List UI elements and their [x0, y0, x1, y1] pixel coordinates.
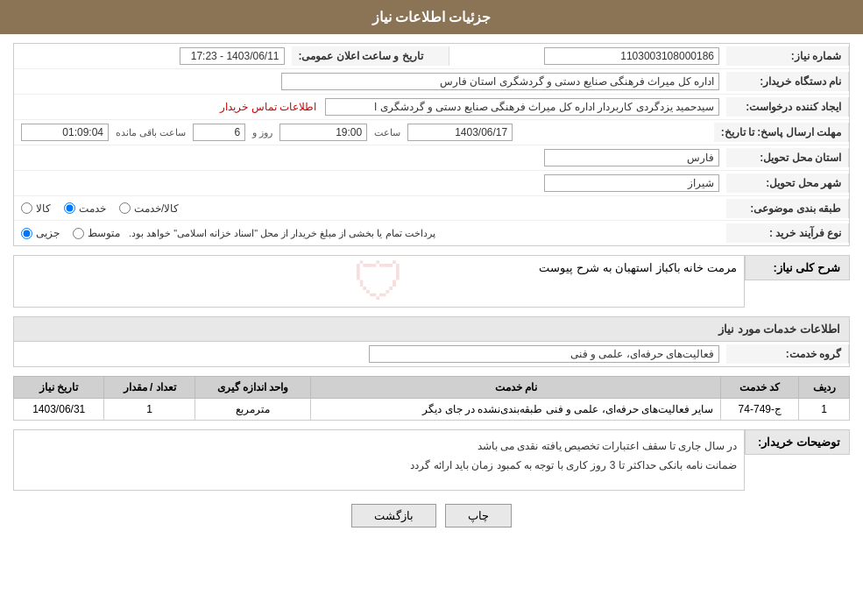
col-vahed: واحد اندازه گیری	[195, 377, 310, 399]
saat-field: 19:00	[279, 124, 367, 141]
back-button[interactable]: بازگشت	[351, 504, 436, 527]
nam-dastgah-field: اداره کل میراث فرهنگی صنایع دستی و گردشگ…	[281, 73, 719, 90]
col-kod: کد خدمت	[721, 377, 799, 399]
nam-dastgah-value: اداره کل میراث فرهنگی صنایع دستی و گردشگ…	[14, 69, 726, 94]
sharh-koli-section-label: شرح کلی نیاز:	[745, 255, 850, 280]
page-header: جزئیات اطلاعات نیاز	[0, 0, 863, 34]
cell-vahed: مترمربع	[195, 399, 310, 421]
mohlat-ersal-row: مهلت ارسال پاسخ: تا تاریخ: 01:09:04 ساعت…	[14, 120, 849, 145]
page-wrapper: جزئیات اطلاعات نیاز شماره نیاز: 11030031…	[0, 0, 863, 616]
grouh-section: گروه خدمت: فعالیت‌های حرفه‌ای، علمی و فن…	[13, 341, 850, 367]
tarikhe-elan-value: 1403/06/11 - 17:23	[14, 44, 292, 68]
page-title: جزئیات اطلاعات نیاز	[372, 10, 492, 25]
tabaghe-row: طبقه بندی موضوعی: کالا خدمت کالا/خدمت	[14, 196, 849, 221]
noe-farayand-label: نوع فرآیند خرید :	[726, 223, 849, 243]
ostan-row: استان محل تحویل: فارس	[14, 145, 849, 171]
ejad-konande-field: سیدحمید یزدگردی کاربردار اداره کل میراث …	[325, 98, 719, 116]
services-table: ردیف کد خدمت نام خدمت واحد اندازه گیری ت…	[13, 376, 850, 421]
tarikhe-elan-label: تاریخ و ساعت اعلان عمومی:	[292, 46, 449, 66]
baghimande-label: ساعت باقی مانده	[116, 127, 186, 138]
cell-kod: ج-749-74	[721, 399, 799, 421]
mohlat-ersal-value: 01:09:04 ساعت باقی مانده 6 روز و 19:00 س…	[14, 120, 714, 145]
date-field: 1403/06/17	[407, 124, 513, 141]
grouh-label: گروه خدمت:	[726, 344, 849, 364]
print-button[interactable]: چاپ	[445, 504, 512, 527]
jozii-label: جزیی	[36, 227, 60, 239]
shomare-niaz-value: 1103003108000186	[449, 44, 727, 68]
ejad-konande-link[interactable]: اطلاعات تماس خریدار	[220, 101, 316, 113]
nam-dastgah-label: نام دستگاه خریدار:	[726, 72, 849, 91]
grouh-field: فعالیت‌های حرفه‌ای، علمی و فنی	[369, 345, 719, 363]
col-radif: ردیف	[799, 377, 850, 399]
tabaghe-kala-khadamat-radio[interactable]	[119, 202, 131, 214]
tabaghe-khadamat-item[interactable]: خدمت	[64, 202, 106, 215]
roz-field: 6	[193, 124, 245, 141]
shahr-label: شهر محل تحویل:	[726, 173, 849, 193]
tabaghe-khadamat-label: خدمت	[79, 202, 106, 215]
table-header-row: ردیف کد خدمت نام خدمت واحد اندازه گیری ت…	[14, 377, 850, 399]
noe-farayand-value: جزیی متوسط پرداخت تمام یا بخشی از مبلغ خ…	[14, 223, 726, 243]
shahr-field: شیراز	[544, 174, 719, 192]
col-tarikh: تاریخ نیاز	[14, 377, 104, 399]
ostan-value: فارس	[14, 145, 726, 170]
watermark: 🛡	[353, 251, 406, 312]
cell-radif: 1	[799, 399, 850, 421]
khadamat-section-title: اطلاعات خدمات مورد نیاز	[13, 316, 850, 341]
ejad-konande-row: ایجاد کننده درخواست: سیدحمید یزدگردی کار…	[14, 95, 849, 120]
tabaghe-label: طبقه بندی موضوعی:	[726, 199, 849, 218]
noe-farayand-desc: پرداخت تمام یا بخشی از مبلغ خریدار از مح…	[129, 228, 435, 239]
button-row: چاپ بازگشت	[13, 504, 850, 527]
tabaghe-kala-khadamat-label: کالا/خدمت	[134, 202, 179, 215]
tabaghe-kala-item[interactable]: کالا	[21, 202, 51, 215]
tozihat-line2: ضمانت نامه بانکی حداکثر تا 3 روز کاری با…	[21, 457, 737, 476]
tozihat-label: توضیحات خریدار:	[745, 429, 850, 455]
mottavaset-radio[interactable]	[73, 228, 84, 239]
noe-farayand-container: جزیی متوسط پرداخت تمام یا بخشی از مبلغ خ…	[21, 227, 719, 239]
tabaghe-kala-label: کالا	[36, 202, 51, 215]
tabaghe-khadamat-radio[interactable]	[64, 202, 75, 214]
main-info-section: شماره نیاز: 1103003108000186 تاریخ و ساع…	[13, 43, 850, 246]
tozihat-container: توضیحات خریدار: در سال جاری تا سقف اعتبا…	[13, 429, 850, 491]
tabaghe-kala-khadamat-item[interactable]: کالا/خدمت	[119, 202, 179, 215]
jozii-item[interactable]: جزیی	[21, 227, 60, 239]
mottavaset-item[interactable]: متوسط	[73, 227, 120, 239]
content-area: شماره نیاز: 1103003108000186 تاریخ و ساع…	[0, 34, 863, 549]
col-tedad: تعداد / مقدار	[104, 377, 195, 399]
shomare-niaz-label: شماره نیاز:	[726, 46, 849, 66]
sharh-koli-value-area: 🛡 مرمت خانه باکباز استهبان به شرح پیوست	[13, 255, 745, 308]
ejad-konande-label: ایجاد کننده درخواست:	[726, 97, 849, 117]
jozii-radio[interactable]	[21, 228, 32, 239]
tarikhe-elan-field: 1403/06/11 - 17:23	[180, 47, 285, 65]
tozihat-line1: در سال جاری تا سقف اعتبارات تخصیص یافته …	[21, 437, 737, 457]
date-time-container: 01:09:04 ساعت باقی مانده 6 روز و 19:00 س…	[21, 124, 707, 141]
shahr-row: شهر محل تحویل: شیراز	[14, 171, 849, 196]
sharh-koli-text: مرمت خانه باکباز استهبان به شرح پیوست	[539, 261, 737, 274]
cell-nam: سایر فعالیت‌های حرفه‌ای، علمی و فنی طبقه…	[311, 399, 721, 421]
tabaghe-value: کالا خدمت کالا/خدمت	[14, 199, 726, 218]
cell-tarikh: 1403/06/31	[14, 399, 104, 421]
tozihat-value: در سال جاری تا سقف اعتبارات تخصیص یافته …	[13, 429, 745, 491]
shomare-niaz-row: شماره نیاز: 1103003108000186 تاریخ و ساع…	[14, 44, 849, 69]
cell-tedad: 1	[104, 399, 195, 421]
grouh-value: فعالیت‌های حرفه‌ای، علمی و فنی	[14, 342, 726, 366]
col-nam: نام خدمت	[311, 377, 721, 399]
noe-farayand-row: نوع فرآیند خرید : جزیی متوسط	[14, 221, 849, 245]
roz-label: روز و	[252, 127, 272, 138]
shomare-niaz-field: 1103003108000186	[544, 47, 719, 65]
mohlat-ersal-label: مهلت ارسال پاسخ: تا تاریخ:	[714, 123, 849, 142]
saat-label: ساعت	[374, 127, 400, 138]
ostan-label: استان محل تحویل:	[726, 148, 849, 167]
tabaghe-radio-group: کالا خدمت کالا/خدمت	[21, 202, 719, 215]
ostan-field: فارس	[544, 149, 719, 166]
mottavaset-label: متوسط	[88, 227, 120, 239]
shahr-value: شیراز	[14, 171, 726, 195]
noe-farayand-radio-group: جزیی متوسط	[21, 227, 120, 239]
table-row: 1 ج-749-74 سایر فعالیت‌های حرفه‌ای، علمی…	[14, 399, 850, 421]
grouh-row: گروه خدمت: فعالیت‌های حرفه‌ای، علمی و فن…	[14, 342, 849, 366]
sharh-koli-container: شرح کلی نیاز: 🛡 مرمت خانه باکباز استهبان…	[13, 255, 850, 308]
tabaghe-kala-radio[interactable]	[21, 202, 32, 214]
nam-dastgah-row: نام دستگاه خریدار: اداره کل میراث فرهنگی…	[14, 69, 849, 95]
ejad-konande-value: سیدحمید یزدگردی کاربردار اداره کل میراث …	[14, 95, 726, 119]
baghimande-field: 01:09:04	[21, 124, 109, 141]
